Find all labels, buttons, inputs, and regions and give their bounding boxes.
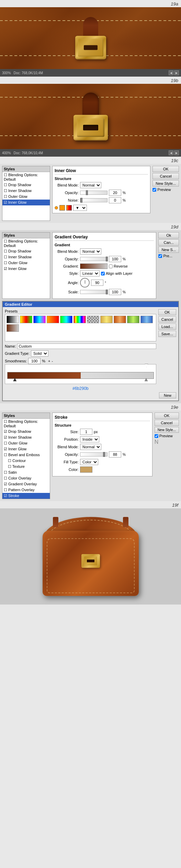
color-swatch-19c[interactable]	[59, 205, 65, 211]
styles-bevel-19e[interactable]: Bevel and Emboss	[2, 452, 50, 458]
preset-11[interactable]	[140, 316, 153, 323]
nav-left-19a[interactable]: ◀	[169, 70, 173, 75]
ok-button-19d[interactable]: Ok	[158, 232, 179, 238]
opacity-label-19c: Opacity:	[55, 191, 79, 195]
preset-6[interactable]	[73, 316, 86, 323]
nav-left-19b[interactable]: ◀	[169, 150, 173, 155]
angle-input-19d[interactable]	[91, 280, 103, 286]
ok-button-19c[interactable]: OK	[152, 166, 179, 172]
styles-drop-19e[interactable]: Drop Shadow	[2, 429, 50, 435]
styles-pattern-overlay-19e[interactable]: Pattern Overlay	[2, 487, 50, 493]
opacity-stop-right[interactable]	[145, 364, 148, 367]
stroke-color-swatch[interactable]	[80, 466, 92, 473]
align-check-19d[interactable]: Align with Layer	[101, 271, 133, 275]
ge-cancel-button[interactable]: Cancel	[158, 316, 176, 323]
glow-type-select-19c[interactable]: ▼	[73, 205, 87, 211]
fill-type-select-19e[interactable]: Color	[80, 459, 98, 465]
opacity-slider-19c[interactable]	[80, 191, 108, 195]
preview-check-19d[interactable]: Pre...	[158, 254, 179, 258]
color-stop-left[interactable]	[13, 378, 16, 381]
preset-5[interactable]	[60, 316, 72, 323]
styles-title-19e: Styles	[2, 413, 50, 419]
noise-slider-19c[interactable]	[80, 198, 108, 202]
opacity-input-19c[interactable]	[109, 190, 121, 196]
preset-10[interactable]	[127, 316, 139, 323]
gradient-row-19d: Gradient: Reverse	[55, 263, 154, 269]
scale-input-19d[interactable]	[109, 289, 121, 295]
preset-9[interactable]	[114, 316, 126, 323]
styles-item-blending-19c[interactable]: Blending Options: Default	[2, 172, 50, 182]
styles-outer-glow-19d[interactable]: Outer Glow	[2, 260, 50, 266]
blend-mode-select-19e[interactable]: Normal	[80, 444, 101, 450]
blend-mode-select-19d[interactable]: Normal	[80, 248, 101, 255]
preset-1[interactable]	[7, 316, 19, 323]
styles-blending-19d[interactable]: Blending Options: Default	[2, 238, 50, 248]
preset-7[interactable]	[87, 316, 99, 323]
styles-stroke-19e[interactable]: Stroke	[2, 493, 50, 499]
new-style-button-19e[interactable]: New Style...	[155, 427, 179, 433]
color-hex: #6b290b	[5, 386, 156, 391]
color-radio-19c[interactable]	[55, 206, 58, 210]
preset-4[interactable]	[47, 316, 59, 323]
styles-gradient-overlay-19e[interactable]: Gradient Overlay	[2, 481, 50, 487]
opacity-input-19e[interactable]	[109, 451, 121, 458]
new-style-button-19d[interactable]: New S...	[158, 247, 179, 253]
ge-new-button[interactable]: New	[159, 392, 176, 398]
ge-ok-button[interactable]: OK	[158, 309, 176, 315]
styles-color-overlay-19e[interactable]: Color Overlay	[2, 475, 50, 481]
styles-item-innershadow-19c[interactable]: Inner Shadow	[2, 188, 50, 194]
angle-dial-19d[interactable]	[80, 278, 90, 288]
preview-check-19c[interactable]: Preview	[152, 188, 179, 192]
gradient-swatch-19c[interactable]	[66, 205, 72, 211]
styles-inner-shadow-19d[interactable]: Inner Shadow	[2, 254, 50, 260]
styles-item-outerglow-19c[interactable]: Outer Glow	[2, 194, 50, 200]
nav-right-19a[interactable]: ▶	[174, 70, 179, 75]
styles-outer-glow-19e[interactable]: Outer Glow	[2, 440, 50, 446]
ge-save-button[interactable]: Save...	[158, 331, 176, 337]
cancel-button-19e[interactable]: Cancel	[155, 420, 179, 426]
ok-button-19e[interactable]: OK	[155, 413, 179, 419]
preview-check-19e[interactable]: Preview	[155, 434, 179, 438]
section-label-19e: 19e	[0, 403, 181, 410]
reverse-check-19d[interactable]: Reverse	[109, 264, 128, 268]
gradient-type-select[interactable]: Solid	[31, 350, 48, 357]
styles-contour-19e[interactable]: Contour	[2, 458, 50, 464]
styles-inner-glow-19d[interactable]: Inner Glow	[2, 266, 50, 272]
new-style-button-19c[interactable]: New Style...	[152, 180, 179, 187]
color-stop-right[interactable]	[145, 378, 148, 381]
styles-satin-19e[interactable]: Satin	[2, 470, 50, 475]
buckle-slot-19b	[83, 125, 98, 131]
opacity-slider-19d[interactable]	[80, 257, 108, 261]
styles-item-innerglow-19c[interactable]: Inner Glow	[2, 200, 50, 205]
ge-load-button[interactable]: Load...	[158, 324, 176, 330]
style-label-19d: Style:	[55, 271, 79, 275]
styles-item-dropshadow-19c[interactable]: Drop Shadow	[2, 182, 50, 188]
preset-custom[interactable]	[7, 324, 19, 332]
blend-mode-select-19c[interactable]: Normal	[80, 182, 101, 188]
styles-blending-19e[interactable]: Blending Options: Default	[2, 419, 50, 429]
smoothness-input[interactable]	[28, 358, 41, 364]
styles-drop-19d[interactable]: Drop Shadow	[2, 248, 50, 254]
cancel-button-19d[interactable]: Can...	[158, 239, 179, 246]
name-input[interactable]	[17, 343, 156, 349]
styles-inner-glow-19e[interactable]: Inner Glow	[2, 446, 50, 452]
position-select-19e[interactable]: Inside	[80, 436, 99, 442]
cancel-button-19c[interactable]: Cancel	[152, 173, 179, 179]
opacity-slider-19e[interactable]	[80, 452, 108, 456]
bag-buckle	[81, 554, 100, 568]
scale-slider-19d[interactable]	[80, 290, 108, 294]
gradient-bar[interactable]	[7, 372, 154, 379]
nav-right-19b[interactable]: ▶	[174, 150, 179, 155]
opacity-input-19d[interactable]	[109, 256, 121, 262]
preset-8[interactable]	[100, 316, 113, 323]
preset-2[interactable]	[20, 316, 32, 323]
gradient-preview-19d[interactable]	[80, 263, 108, 269]
noise-input-19c[interactable]	[109, 197, 121, 203]
styles-inner-shadow-19e[interactable]: Inner Shadow	[2, 435, 50, 440]
styles-texture-19e[interactable]: Texture	[2, 464, 50, 470]
style-select-19d[interactable]: Linear	[80, 270, 100, 277]
preset-3[interactable]	[33, 316, 46, 323]
name-label: Name:	[5, 344, 16, 348]
size-input-19e[interactable]	[80, 429, 92, 435]
bag-shape-19f	[43, 517, 139, 596]
